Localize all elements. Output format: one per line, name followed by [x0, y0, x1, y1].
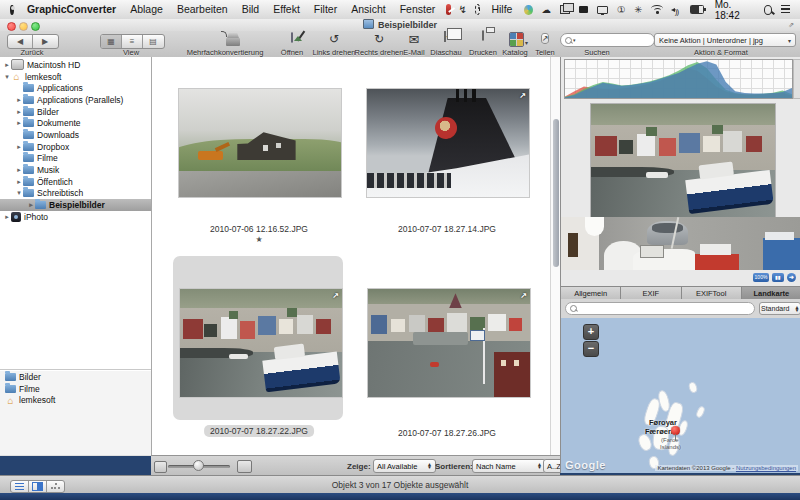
sidebar-item-oeffentlich[interactable]: ▸Öffentlich	[0, 176, 151, 188]
forward-icon[interactable]: ▶	[33, 35, 57, 48]
thumbnail-size-large-icon[interactable]	[237, 460, 252, 473]
back-icon[interactable]: ◀	[8, 35, 33, 48]
disclosure-icon[interactable]: ▸	[15, 166, 23, 174]
open-button[interactable]	[283, 33, 301, 42]
sidebar-item-musik[interactable]: ▸Musik	[0, 164, 151, 176]
display-icon[interactable]	[597, 6, 608, 14]
gear-menu-icon[interactable]	[475, 4, 481, 15]
sidebar-item-schreibtisch[interactable]: ▾Schreibtisch	[0, 188, 151, 200]
keyboard-brightness-icon[interactable]: ✳	[634, 0, 642, 19]
slideshow-button[interactable]: ▾	[437, 32, 457, 41]
disclosure-icon[interactable]: ▸	[15, 143, 23, 151]
menu-fenster[interactable]: Fenster	[393, 0, 443, 19]
cloud-icon[interactable]: ☁	[542, 0, 552, 19]
menu-app[interactable]: GraphicConverter	[20, 0, 123, 19]
menu-bearbeiten[interactable]: Bearbeiten	[170, 0, 235, 19]
window-title-bar[interactable]: Beispielbilder ⇗	[0, 19, 800, 31]
map-style-popup[interactable]: Standard ▲▼	[759, 302, 800, 315]
sidebar-item-bilder[interactable]: ▸Bilder	[0, 106, 151, 118]
menu-ansicht[interactable]: Ansicht	[344, 0, 392, 19]
favorite-item-bilder[interactable]: Bilder	[0, 371, 151, 383]
panel-scrollbar[interactable]	[793, 59, 800, 99]
menu-bild[interactable]: Bild	[235, 0, 267, 19]
volume-icon[interactable]	[671, 5, 681, 14]
expand-icon[interactable]: ↗	[332, 291, 339, 300]
rotate-left-button[interactable]: ↺	[325, 32, 343, 46]
catalog-button[interactable]: ▾	[506, 32, 526, 47]
notification-center-icon[interactable]	[781, 5, 790, 14]
sidebar-item-applications-parallels[interactable]: ▸Applications (Parallels)	[0, 94, 151, 106]
terms-link[interactable]: Nutzungsbedingungen	[736, 465, 796, 471]
menu-ablage[interactable]: Ablage	[123, 0, 170, 19]
sidebar-item-macintosh-hd[interactable]: ▸Macintosh HD	[0, 59, 151, 71]
disclosure-icon[interactable]: ▸	[15, 96, 23, 104]
display-dark-icon[interactable]	[579, 6, 588, 13]
view-film-icon[interactable]: ▤	[143, 35, 163, 48]
star-rating-icon[interactable]: ★	[255, 235, 262, 244]
battery-icon[interactable]	[690, 5, 704, 14]
favorite-item-filme[interactable]: Filme	[0, 383, 151, 395]
email-button[interactable]: ✉	[405, 32, 423, 47]
map[interactable]: + − Føroyar Færøerne (Faroe Islands) Goo…	[561, 318, 800, 473]
thumbnail-image-2[interactable]: ↗	[366, 88, 530, 198]
sidebar-item-downloads[interactable]: Downloads	[0, 129, 151, 141]
disclosure-icon[interactable]: ▸	[3, 61, 11, 69]
view-mode-control[interactable]: ▦ ≡ ▤	[100, 34, 165, 49]
map-pin-icon[interactable]	[671, 426, 680, 435]
map-search-input[interactable]	[565, 302, 755, 315]
action-format-popup[interactable]: Keine Aktion | Unterordner | jpg ▾	[654, 33, 796, 47]
rotate-right-button[interactable]: ↻	[370, 32, 388, 46]
share-button[interactable]: ↗	[535, 33, 555, 44]
sync-status-icon[interactable]	[524, 5, 533, 15]
disclosure-icon[interactable]: ▸	[3, 213, 11, 221]
expand-icon[interactable]: ↗	[519, 91, 526, 100]
zeige-popup[interactable]: All Available ▲▼	[373, 459, 436, 473]
spaces-icon[interactable]	[560, 5, 570, 14]
menu-hilfe[interactable]: Hilfe	[484, 0, 519, 19]
back-forward-control[interactable]: ◀ ▶	[7, 34, 59, 49]
histogram-badge[interactable]: ▮▮	[772, 273, 784, 282]
disclosure-icon[interactable]: ▾	[3, 73, 11, 81]
spotlight-icon[interactable]	[764, 5, 773, 15]
search-input[interactable]: ▾	[560, 33, 655, 47]
sidebar-item-dropbox[interactable]: ▸Dropbox	[0, 141, 151, 153]
sidebar-item-filme[interactable]: Filme	[0, 153, 151, 165]
timer-icon[interactable]: ①	[617, 0, 626, 19]
info-badge[interactable]: ➜	[787, 273, 796, 282]
zoom-level-badge[interactable]: 100%	[753, 273, 769, 282]
expand-icon[interactable]: ↗	[520, 291, 527, 300]
thumbnail-size-small-icon[interactable]	[154, 461, 167, 473]
print-button[interactable]	[474, 31, 492, 40]
disclosure-icon[interactable]: ▾	[15, 189, 23, 197]
scrollbar-thumb[interactable]	[553, 119, 559, 267]
disclosure-icon[interactable]: ▸	[27, 201, 35, 209]
disclosure-icon[interactable]: ▸	[15, 119, 23, 127]
apple-menu-icon[interactable]	[10, 5, 14, 15]
sortieren-popup[interactable]: Nach Name ▲▼	[472, 459, 546, 473]
disclosure-icon[interactable]: ▸	[15, 108, 23, 116]
thumbnail-image-4[interactable]: ↗	[367, 288, 531, 398]
sidebar-item-lemkesoft[interactable]: ▾⌂lemkesoft	[0, 71, 151, 83]
sidebar-item-iphoto[interactable]: ▸iPhoto	[0, 211, 151, 223]
thumbnail-image-3[interactable]: ↗	[179, 288, 343, 398]
menu-effekt[interactable]: Effekt	[266, 0, 307, 19]
map-zoom-out-button[interactable]: −	[583, 341, 599, 357]
disclosure-icon[interactable]: ▸	[15, 178, 23, 186]
sidebar-item-beispielbilder[interactable]: ▸Beispielbilder	[0, 199, 151, 211]
thumbnail-image-1[interactable]	[178, 88, 342, 198]
sidebar-item-dokumente[interactable]: ▸Dokumente	[0, 117, 151, 129]
slider-knob[interactable]	[193, 460, 204, 471]
view-list-icon[interactable]: ≡	[122, 35, 143, 48]
map-zoom-in-button[interactable]: +	[583, 324, 599, 340]
menu-filter[interactable]: Filter	[307, 0, 344, 19]
lightning-icon[interactable]: ↯	[459, 4, 467, 15]
open-label: Öffnen	[281, 48, 303, 57]
sidebar-item-applications[interactable]: Applications	[0, 82, 151, 94]
fullscreen-icon[interactable]: ⇗	[788, 21, 794, 29]
menu-clock[interactable]: Mo. 18:42	[709, 0, 759, 21]
favorite-item-lemkesoft[interactable]: ⌂lemkesoft	[0, 394, 151, 406]
gc-script-icon[interactable]	[446, 4, 450, 15]
view-grid-icon[interactable]: ▦	[101, 35, 122, 48]
wifi-icon[interactable]	[651, 5, 661, 14]
proxy-icon[interactable]	[363, 19, 374, 29]
